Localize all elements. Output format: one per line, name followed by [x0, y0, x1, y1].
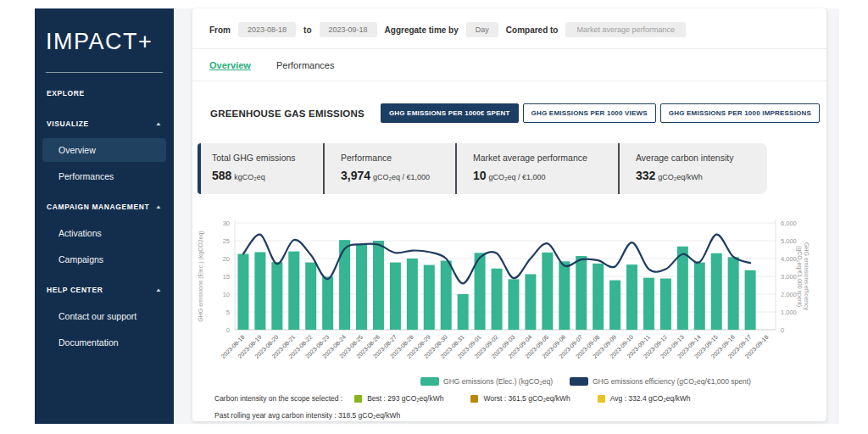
bar-2023-08-25 — [356, 244, 367, 330]
metric-buttons-group: GHG EMISSIONS PER 1000€ SPENTGHG EMISSIO… — [381, 103, 820, 123]
to-date-input[interactable]: 2023-09-18 — [320, 22, 377, 37]
footnotes: Carbon intensity on the scope selected :… — [214, 394, 826, 420]
legend-item-bar[interactable]: GHG emissions (Elec.) (kgCO₂eq) — [420, 377, 553, 386]
svg-text:GHG emissions (Elec.) (kgCO2eq: GHG emissions (Elec.) (kgCO2eq) — [198, 231, 204, 321]
nav-section-help-center: HELP CENTER▲Contact our supportDocumenta… — [35, 276, 174, 354]
bar-2023-09-11 — [643, 278, 654, 330]
svg-text:20: 20 — [223, 255, 230, 263]
bar-2023-09-15 — [711, 253, 722, 330]
sidebar-item-overview[interactable]: Overview — [42, 138, 166, 162]
section-label: EXPLORE — [47, 89, 85, 97]
stat-title: Performance — [341, 153, 455, 163]
bar-2023-09-17 — [745, 270, 756, 330]
ghg-emissions-per-1000-views-button[interactable]: GHG EMISSIONS PER 1000 VIEWS — [523, 103, 656, 123]
section-title: GREENHOUSE GAS EMISSIONS — [210, 108, 364, 119]
svg-text:1,000: 1,000 — [781, 309, 797, 316]
section-label: HELP CENTER — [47, 286, 103, 294]
to-label: to — [303, 25, 311, 35]
sidebar-divider — [46, 72, 163, 73]
stats-strip: Total GHG emissions588kgCO₂eqPerformance… — [198, 143, 767, 194]
legend-item-line[interactable]: GHG emissions efficiency (gCO₂eq/€1,000 … — [570, 377, 751, 386]
svg-text:2,000: 2,000 — [781, 291, 797, 298]
legend-label: GHG emissions (Elec.) (kgCO₂eq) — [443, 377, 553, 386]
section-header: GREENHOUSE GAS EMISSIONS GHG EMISSIONS P… — [210, 103, 820, 123]
svg-text:5: 5 — [226, 309, 230, 316]
from-date-input[interactable]: 2023-08-18 — [238, 22, 296, 37]
bar-2023-09-14 — [694, 263, 705, 330]
bar-2023-09-02 — [492, 269, 503, 330]
aggregate-label: Aggregate time by — [385, 25, 459, 35]
bar-2023-09-12 — [660, 279, 671, 330]
badge-swatch — [354, 395, 362, 403]
sidebar-section-visualize[interactable]: VISUALIZE▲ — [35, 110, 174, 136]
chevron-up-icon: ▲ — [155, 121, 163, 126]
stat-unit: kgCO₂eq — [234, 173, 265, 181]
stat-card-performance: Performance3,974gCO₂eq / €1,000 — [323, 143, 455, 194]
stat-title: Market average performance — [473, 153, 618, 163]
sidebar-section-explore: EXPLORE — [35, 80, 174, 105]
aggregate-select[interactable]: Day — [466, 22, 498, 37]
stat-title: Total GHG emissions — [212, 153, 323, 163]
sidebar-item-documentation[interactable]: Documentation — [42, 331, 166, 354]
ghg-emissions-per-1000-spent-button[interactable]: GHG EMISSIONS PER 1000€ SPENT — [381, 103, 519, 123]
tab-overview[interactable]: Overview — [209, 60, 251, 70]
stat-card-total-ghg-emissions: Total GHG emissions588kgCO₂eq — [198, 143, 323, 194]
bar-2023-08-18 — [237, 254, 248, 330]
bar-2023-08-21 — [288, 252, 299, 330]
stats-accent-bar — [198, 143, 201, 194]
chevron-up-icon: ▲ — [155, 287, 163, 292]
chevron-up-icon: ▲ — [155, 204, 163, 209]
svg-text:5,000: 5,000 — [781, 237, 797, 245]
bar-2023-09-05 — [542, 253, 553, 330]
badge-label: Best : 293 gCO₂eq/kWh — [367, 394, 443, 403]
sidebar-item-performances[interactable]: Performances — [42, 164, 166, 188]
nav-section-campaign-management: CAMPAIGN MANAGEMENT▲ActivationsCampaigns — [35, 193, 174, 271]
bar-2023-09-16 — [728, 257, 739, 330]
sidebar-item-activations[interactable]: Activations — [42, 221, 166, 245]
bar-legend-swatch — [420, 377, 439, 386]
bar-2023-08-26 — [373, 241, 384, 330]
nav-section-explore: EXPLORE — [35, 80, 174, 105]
stat-value: 588kgCO₂eq — [212, 169, 323, 182]
tabs-bar: OverviewPerformances — [192, 49, 826, 81]
tab-performances[interactable]: Performances — [276, 60, 334, 70]
ghg-chart-svg: 05101520253001,0002,0003,0004,0005,0006,… — [194, 216, 825, 370]
bar-2023-08-27 — [390, 263, 401, 330]
line-legend-swatch — [570, 377, 588, 386]
carbon-intensity-row: Carbon intensity on the scope selected :… — [214, 394, 826, 403]
ghg-emissions-per-1000-impressions-button[interactable]: GHG EMISSIONS PER 1000 IMPRESSIONS — [660, 103, 820, 123]
badge-swatch — [598, 395, 605, 403]
nav-section-visualize: VISUALIZE▲OverviewPerformances — [35, 110, 174, 188]
legend-label: GHG emissions efficiency (gCO₂eq/€1,000 … — [593, 377, 751, 386]
sidebar-nav: EXPLOREVISUALIZE▲OverviewPerformancesCAM… — [35, 80, 174, 354]
stat-value: 332gCO₂eq/kWh — [636, 169, 767, 182]
section-label: CAMPAIGN MANAGEMENT — [47, 203, 149, 211]
bar-2023-08-20 — [271, 262, 282, 330]
bar-2023-09-09 — [609, 281, 620, 330]
bar-2023-08-28 — [407, 259, 418, 330]
bar-2023-09-08 — [593, 264, 604, 330]
past-rolling-row: Past rolling year avg carbon intensity :… — [214, 411, 826, 420]
svg-text:0: 0 — [781, 326, 784, 334]
carbon-intensity-label: Carbon intensity on the scope selected : — [214, 394, 342, 403]
badge-best: Best : 293 gCO₂eq/kWh — [354, 394, 443, 403]
svg-text:0: 0 — [226, 326, 230, 334]
sidebar-item-contact-our-support[interactable]: Contact our support — [42, 304, 166, 328]
svg-text:30: 30 — [223, 220, 230, 227]
svg-text:10: 10 — [223, 291, 230, 298]
stat-unit: gCO₂eq / €1,000 — [373, 173, 430, 181]
svg-text:15: 15 — [223, 273, 230, 281]
sidebar-item-campaigns[interactable]: Campaigns — [42, 248, 166, 271]
sidebar-section-campaign-management[interactable]: CAMPAIGN MANAGEMENT▲ — [35, 193, 174, 219]
sidebar: IMPACT+ EXPLOREVISUALIZE▲OverviewPerform… — [35, 8, 174, 424]
x-axis-labels: 2023-08-182023-08-192023-08-202023-08-21… — [220, 334, 769, 359]
sidebar-section-help-center[interactable]: HELP CENTER▲ — [35, 276, 174, 302]
badge-label: Worst : 361.5 gCO₂eq/kWh — [483, 394, 570, 403]
stat-card-market-average-performance: Market average performance10gCO₂eq / €1,… — [455, 143, 618, 194]
main-content-card: From 2023-08-18 to 2023-09-18 Aggregate … — [192, 8, 826, 421]
compared-label: Compared to — [506, 25, 559, 35]
bar-2023-08-23 — [322, 276, 333, 330]
compared-select[interactable]: Market average performance — [565, 22, 686, 37]
svg-text:6,000: 6,000 — [781, 220, 797, 227]
badge-worst: Worst : 361.5 gCO₂eq/kWh — [470, 394, 570, 403]
